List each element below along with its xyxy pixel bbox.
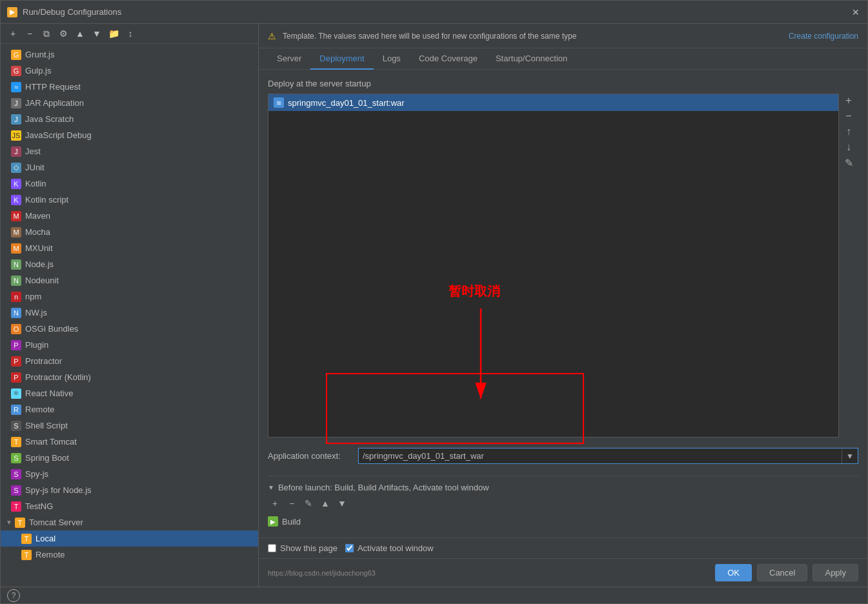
sidebar-item-remote[interactable]: R Remote bbox=[1, 401, 258, 418]
sidebar-item-label: TestNG bbox=[25, 501, 53, 511]
sidebar-item-nw[interactable]: N NW.js bbox=[1, 305, 258, 321]
sidebar-item-protractor[interactable]: P Protractor bbox=[1, 353, 258, 369]
sidebar-item-shellscript[interactable]: S Shell Script bbox=[1, 418, 258, 434]
sidebar-item-nodejs[interactable]: N Node.js bbox=[1, 256, 258, 272]
settings-button[interactable]: ⚙ bbox=[56, 26, 70, 41]
sidebar-item-java[interactable]: J Java Scratch bbox=[1, 111, 258, 127]
sort-button[interactable]: ↕ bbox=[123, 26, 137, 41]
sidebar-item-label: Maven bbox=[25, 211, 50, 221]
help-button[interactable]: ? bbox=[7, 589, 20, 602]
sidebar-item-label: JAR Application bbox=[25, 98, 84, 108]
copy-button[interactable]: ⧉ bbox=[39, 26, 54, 41]
sidebar-item-testng[interactable]: T TestNG bbox=[1, 498, 258, 514]
sidebar-item-mocha[interactable]: M Mocha bbox=[1, 224, 258, 240]
sidebar-item-label: Kotlin script bbox=[25, 195, 68, 205]
before-launch-header[interactable]: ▼ Before launch: Build, Build Artifacts,… bbox=[268, 483, 858, 492]
tomcatserver-icon: T bbox=[15, 518, 25, 528]
apply-button[interactable]: Apply bbox=[812, 564, 858, 581]
sidebar-item-protractork[interactable]: P Protractor (Kotlin) bbox=[1, 369, 258, 385]
expand-arrow: ▼ bbox=[6, 519, 12, 526]
deploy-remove-button[interactable]: − bbox=[842, 109, 856, 123]
sidebar-item-mxunit[interactable]: M MXUnit bbox=[1, 240, 258, 256]
tab-logs[interactable]: Logs bbox=[374, 48, 410, 70]
grunt-icon: G bbox=[11, 50, 21, 60]
sidebar-toolbar: + − ⧉ ⚙ ▲ ▼ 📁 ↕ bbox=[1, 24, 258, 44]
app-context-dropdown-button[interactable]: ▼ bbox=[842, 449, 858, 463]
tab-codecoverage[interactable]: Code Coverage bbox=[410, 48, 487, 70]
deploy-edit-button[interactable]: ✎ bbox=[842, 156, 856, 170]
show-page-checkbox[interactable] bbox=[268, 544, 276, 552]
sidebar-item-jest[interactable]: J Jest bbox=[1, 143, 258, 159]
sidebar-item-label: Tomcat Server bbox=[29, 518, 83, 527]
sidebar-item-spyjs[interactable]: S Spy-js bbox=[1, 466, 258, 482]
sidebar-item-grunt[interactable]: G Grunt.js bbox=[1, 46, 258, 63]
sidebar-item-label: Remote bbox=[25, 405, 55, 414]
info-banner: ⚠ Template. The values saved here will b… bbox=[259, 24, 867, 48]
sidebar-item-http[interactable]: ≈ HTTP Request bbox=[1, 79, 258, 95]
app-context-row: Application context: ▼ bbox=[268, 448, 858, 464]
panel-scroll: Deploy at the server startup ≋ springmvc… bbox=[259, 70, 867, 538]
panel-main: Deploy at the server startup ≋ springmvc… bbox=[259, 70, 867, 558]
sidebar-item-maven[interactable]: M Maven bbox=[1, 208, 258, 224]
app-context-input[interactable] bbox=[359, 448, 842, 463]
close-button[interactable]: ✕ bbox=[851, 7, 861, 17]
sidebar-item-nodeunit[interactable]: N Nodeunit bbox=[1, 272, 258, 288]
sidebar-item-label: Java Scratch bbox=[25, 114, 74, 124]
sidebar-item-junit[interactable]: ◇ JUnit bbox=[1, 159, 258, 176]
sidebar-item-springboot[interactable]: S Spring Boot bbox=[1, 450, 258, 466]
sidebar-item-kotlin[interactable]: K Kotlin bbox=[1, 176, 258, 192]
sidebar-item-jsdebug[interactable]: JS JavaScript Debug bbox=[1, 127, 258, 143]
tab-startup[interactable]: Startup/Connection bbox=[487, 48, 576, 70]
cancel-button[interactable]: Cancel bbox=[757, 564, 807, 581]
mxunit-icon: M bbox=[11, 243, 21, 254]
bl-edit-button[interactable]: ✎ bbox=[301, 496, 316, 510]
deploy-down-button[interactable]: ↓ bbox=[842, 140, 856, 154]
sidebar-item-spyjsnode[interactable]: S Spy-js for Node.js bbox=[1, 482, 258, 498]
warning-icon: ⚠ bbox=[268, 31, 276, 41]
protractor-icon: P bbox=[11, 356, 21, 367]
sidebar-item-npm[interactable]: n npm bbox=[1, 288, 258, 305]
app-context-input-wrap: ▼ bbox=[358, 448, 858, 464]
add-button[interactable]: + bbox=[6, 26, 20, 41]
tab-server[interactable]: Server bbox=[268, 48, 310, 70]
deploy-add-button[interactable]: + bbox=[842, 94, 856, 108]
sidebar-item-osgi[interactable]: O OSGi Bundles bbox=[1, 321, 258, 337]
activate-window-row: Activate tool window bbox=[345, 543, 434, 553]
bl-down-button[interactable]: ▼ bbox=[335, 496, 349, 510]
deploy-up-button[interactable]: ↑ bbox=[842, 125, 856, 139]
up-button[interactable]: ▲ bbox=[73, 26, 87, 41]
sidebar-item-local[interactable]: T Local bbox=[1, 530, 258, 547]
down-button[interactable]: ▼ bbox=[90, 26, 104, 41]
sidebar-item-kotlinscript[interactable]: K Kotlin script bbox=[1, 192, 258, 208]
smarttomcat-icon: T bbox=[11, 437, 21, 447]
bl-add-button[interactable]: + bbox=[268, 496, 282, 510]
bl-remove-button[interactable]: − bbox=[285, 496, 299, 510]
folder-button[interactable]: 📁 bbox=[106, 26, 121, 41]
title-bar: ▶ Run/Debug Configurations ✕ bbox=[1, 1, 867, 24]
before-launch-toolbar: + − ✎ ▲ ▼ bbox=[268, 496, 858, 510]
http-icon: ≈ bbox=[11, 82, 21, 92]
jsdebug-icon: JS bbox=[11, 130, 21, 141]
bl-up-button[interactable]: ▲ bbox=[318, 496, 332, 510]
window-title: Run/Debug Configurations bbox=[23, 7, 851, 17]
sidebar-item-react[interactable]: ⚛ React Native bbox=[1, 385, 258, 401]
sidebar-item-smarttomcat[interactable]: T Smart Tomcat bbox=[1, 434, 258, 450]
remove-button[interactable]: − bbox=[23, 26, 37, 41]
tab-deployment[interactable]: Deployment bbox=[310, 48, 373, 70]
sidebar-item-tomcatserver[interactable]: ▼ T Tomcat Server bbox=[1, 514, 258, 530]
sidebar-item-label: Node.js bbox=[25, 259, 54, 269]
sidebar-item-gulp[interactable]: G Gulp.js bbox=[1, 63, 258, 79]
sidebar-item-plugin[interactable]: P Plugin bbox=[1, 337, 258, 353]
sidebar-item-remoteserver[interactable]: T Remote bbox=[1, 547, 258, 563]
ok-button[interactable]: OK bbox=[715, 564, 752, 581]
spyjsnode-icon: S bbox=[11, 485, 21, 496]
build-item: ▶ Build bbox=[268, 514, 858, 528]
deploy-item[interactable]: ≋ springmvc_day01_01_start:war bbox=[268, 94, 838, 111]
protractork-icon: P bbox=[11, 372, 21, 383]
spyjs-icon: S bbox=[11, 469, 21, 479]
create-configuration-link[interactable]: Create configuration bbox=[789, 32, 858, 41]
activate-window-checkbox[interactable] bbox=[345, 544, 354, 552]
sidebar-item-jar[interactable]: J JAR Application bbox=[1, 95, 258, 111]
jest-icon: J bbox=[11, 146, 21, 157]
dialog-footer: https://blog.csdn.net/jiduochong63 OK Ca… bbox=[259, 558, 867, 587]
